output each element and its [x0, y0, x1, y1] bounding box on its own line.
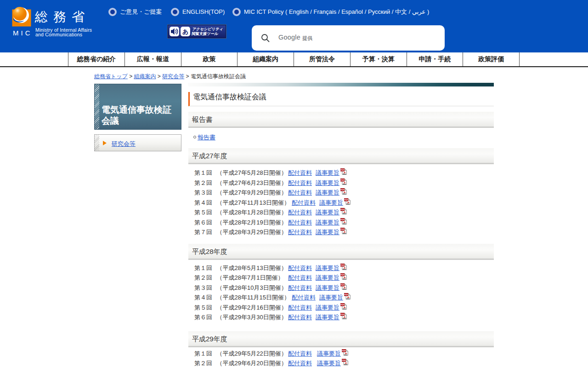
svg-text:あ: あ — [182, 28, 188, 35]
